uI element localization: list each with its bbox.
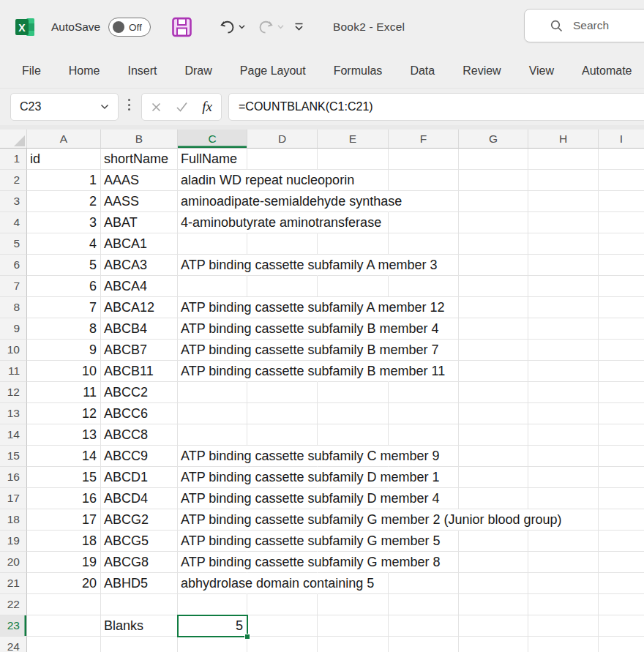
row-header-21[interactable]: 21 (0, 573, 27, 594)
cell-A22[interactable] (27, 594, 101, 615)
cell-I4[interactable] (599, 212, 644, 233)
cell-D9[interactable] (247, 318, 318, 340)
cell-C19[interactable]: ATP binding cassette subfamily G member … (178, 531, 247, 552)
cell-A2[interactable]: 1 (27, 170, 101, 191)
cell-G15[interactable] (459, 446, 528, 467)
column-header-F[interactable]: F (389, 130, 459, 149)
row-header-10[interactable]: 10 (0, 340, 27, 361)
cell-G5[interactable] (459, 233, 528, 255)
cell-E5[interactable] (318, 233, 389, 255)
cell-B16[interactable]: ABCD1 (101, 467, 178, 488)
cell-G10[interactable] (459, 340, 528, 361)
cell-I9[interactable] (599, 318, 644, 340)
cell-B8[interactable]: ABCA12 (101, 297, 178, 318)
column-header-E[interactable]: E (318, 130, 389, 149)
cell-E3[interactable] (318, 191, 389, 212)
cell-C8[interactable]: ATP binding cassette subfamily A member … (178, 297, 247, 318)
cell-C17[interactable]: ATP binding cassette subfamily D member … (178, 488, 247, 509)
enter-check-icon[interactable] (176, 102, 188, 112)
cell-H24[interactable] (528, 637, 599, 652)
cell-D13[interactable] (247, 403, 318, 424)
row-header-7[interactable]: 7 (0, 276, 27, 297)
cell-G22[interactable] (459, 594, 528, 615)
cell-I13[interactable] (599, 403, 644, 424)
cell-E14[interactable] (318, 424, 389, 446)
cell-C15[interactable]: ATP binding cassette subfamily C member … (178, 446, 247, 467)
cell-C9[interactable]: ATP binding cassette subfamily B member … (178, 318, 247, 340)
cell-G13[interactable] (459, 403, 528, 424)
cell-H10[interactable] (528, 340, 599, 361)
cell-F9[interactable] (389, 318, 459, 340)
cell-H23[interactable] (528, 615, 599, 637)
cell-E1[interactable] (318, 149, 389, 170)
cell-E2[interactable] (318, 170, 389, 191)
cell-C24[interactable] (178, 637, 247, 652)
cell-C2[interactable]: aladin WD repeat nucleoporin (178, 170, 247, 191)
cell-F19[interactable] (389, 531, 459, 552)
cell-I23[interactable] (599, 615, 644, 637)
tab-page-layout[interactable]: Page Layout (226, 64, 320, 78)
tab-insert[interactable]: Insert (113, 64, 171, 78)
search-box[interactable]: Search (524, 9, 644, 42)
cell-D21[interactable] (247, 573, 318, 594)
cell-F1[interactable] (389, 149, 459, 170)
cell-G3[interactable] (459, 191, 528, 212)
cell-I12[interactable] (599, 382, 644, 403)
cell-H17[interactable] (528, 488, 599, 509)
row-header-24[interactable]: 24 (0, 637, 27, 652)
cell-B17[interactable]: ABCD4 (101, 488, 178, 509)
cell-D7[interactable] (247, 276, 318, 297)
cell-F18[interactable] (389, 509, 459, 531)
row-header-2[interactable]: 2 (0, 170, 27, 191)
row-header-4[interactable]: 4 (0, 212, 27, 233)
tab-review[interactable]: Review (449, 64, 514, 78)
cell-E9[interactable] (318, 318, 389, 340)
cell-A18[interactable]: 17 (27, 509, 101, 531)
cell-E6[interactable] (318, 255, 389, 276)
cell-E22[interactable] (318, 594, 389, 615)
cell-B9[interactable]: ABCB4 (101, 318, 178, 340)
cell-B1[interactable]: shortName (101, 149, 178, 170)
cell-G6[interactable] (459, 255, 528, 276)
cell-D20[interactable] (247, 552, 318, 573)
cell-C6[interactable]: ATP binding cassette subfamily A member … (178, 255, 247, 276)
cell-D3[interactable] (247, 191, 318, 212)
cell-B6[interactable]: ABCA3 (101, 255, 178, 276)
cell-G20[interactable] (459, 552, 528, 573)
cell-C16[interactable]: ATP binding cassette subfamily D member … (178, 467, 247, 488)
cell-E20[interactable] (318, 552, 389, 573)
cell-G24[interactable] (459, 637, 528, 652)
insert-function-button[interactable]: fx (202, 99, 212, 115)
cell-I17[interactable] (599, 488, 644, 509)
cell-I5[interactable] (599, 233, 644, 255)
cell-D22[interactable] (247, 594, 318, 615)
cell-D6[interactable] (247, 255, 318, 276)
cell-C12[interactable] (178, 382, 247, 403)
row-header-9[interactable]: 9 (0, 318, 27, 340)
cell-A8[interactable]: 7 (27, 297, 101, 318)
cell-C3[interactable]: aminoadipate-semialdehyde synthase (178, 191, 247, 212)
row-header-11[interactable]: 11 (0, 361, 27, 382)
cell-H14[interactable] (528, 424, 599, 446)
cell-A20[interactable]: 19 (27, 552, 101, 573)
row-header-5[interactable]: 5 (0, 233, 27, 255)
cell-B19[interactable]: ABCG5 (101, 531, 178, 552)
row-header-1[interactable]: 1 (0, 149, 27, 170)
cell-G14[interactable] (459, 424, 528, 446)
cell-A16[interactable]: 15 (27, 467, 101, 488)
cell-D24[interactable] (247, 637, 318, 652)
cell-A9[interactable]: 8 (27, 318, 101, 340)
cell-A7[interactable]: 6 (27, 276, 101, 297)
row-header-18[interactable]: 18 (0, 509, 27, 531)
cell-F13[interactable] (389, 403, 459, 424)
cell-D11[interactable] (247, 361, 318, 382)
cell-I15[interactable] (599, 446, 644, 467)
cell-C5[interactable] (178, 233, 247, 255)
cell-D12[interactable] (247, 382, 318, 403)
cell-A17[interactable]: 16 (27, 488, 101, 509)
cell-H4[interactable] (528, 212, 599, 233)
cell-B11[interactable]: ABCB11 (101, 361, 178, 382)
cell-A21[interactable]: 20 (27, 573, 101, 594)
cell-I22[interactable] (599, 594, 644, 615)
cell-H5[interactable] (528, 233, 599, 255)
